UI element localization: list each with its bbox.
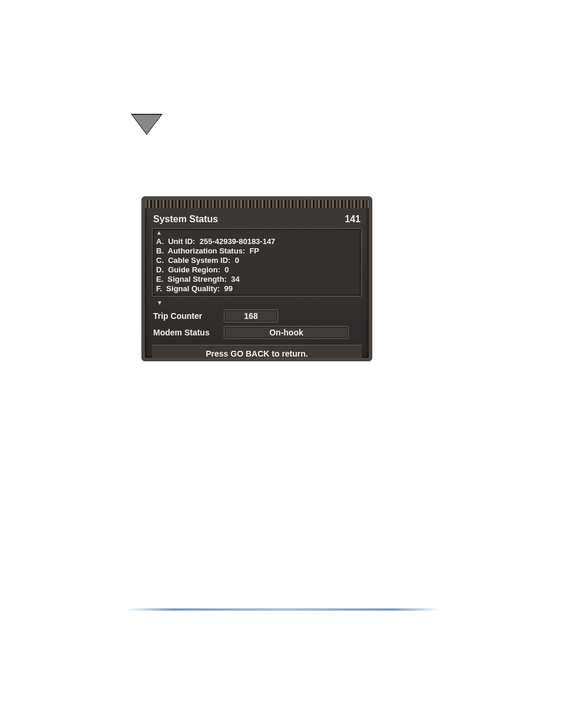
chevron-down-icon: [131, 114, 163, 135]
scroll-up-icon[interactable]: ▲: [156, 230, 359, 237]
modem-status-value: On-hook: [224, 326, 349, 339]
status-item-b: B. Authorization Status: FP: [156, 246, 359, 256]
modem-status-label: Modem Status: [153, 328, 224, 337]
panel-title: System Status: [153, 214, 218, 225]
scroll-down-icon[interactable]: ▼: [151, 300, 363, 307]
divider-rule: [125, 608, 441, 611]
panel-number: 141: [345, 214, 361, 225]
status-item-d: D. Guide Region: 0: [156, 265, 359, 275]
status-item-c: C. Cable System ID: 0: [156, 256, 359, 265]
status-item-a: A. Unit ID: 255-42939-80183-147: [156, 237, 359, 246]
trip-counter-label: Trip Counter: [153, 311, 224, 321]
go-back-hint: Press GO BACK to return.: [152, 345, 362, 358]
status-list: ▲ A. Unit ID: 255-42939-80183-147 B. Aut…: [152, 228, 362, 297]
decorative-noise-top: [145, 200, 369, 208]
system-status-panel: System Status 141 ▲ A. Unit ID: 255-4293…: [145, 200, 369, 358]
status-item-e: E. Signal Strength: 34: [156, 275, 359, 284]
status-item-f: F. Signal Quality: 99: [156, 284, 359, 294]
trip-counter-value: 168: [224, 309, 278, 322]
